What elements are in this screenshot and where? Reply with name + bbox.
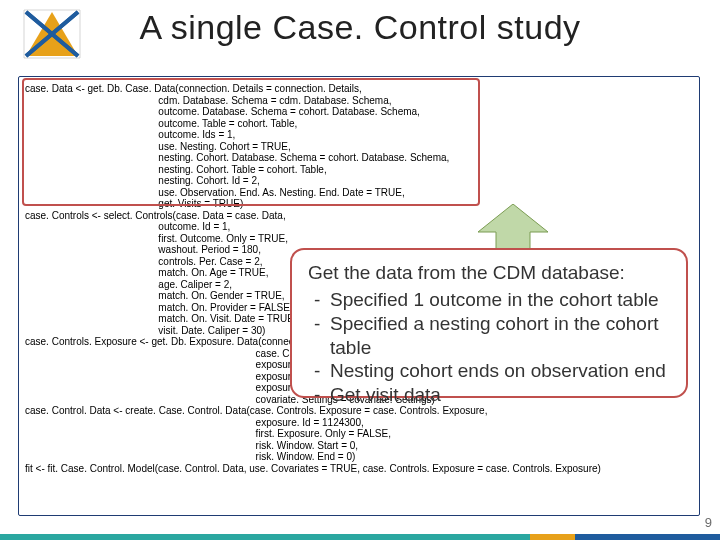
- page-number: 9: [705, 515, 712, 530]
- callout-bullet: Nesting cohort ends on observation end: [308, 359, 672, 383]
- callout-bullet: Specified 1 outcome in the cohort table: [308, 288, 672, 312]
- callout-box: Get the data from the CDM database: Spec…: [290, 248, 688, 398]
- code-line: risk. Window. End = 0): [25, 451, 693, 463]
- code-line: outcome. Id = 1,: [25, 221, 693, 233]
- svg-marker-7: [478, 204, 548, 254]
- arrow-up-icon: [478, 204, 548, 254]
- code-line: fit <- fit. Case. Control. Model(case. C…: [25, 463, 693, 475]
- code-line: exposure. Id = 1124300,: [25, 417, 693, 429]
- code-line: risk. Window. Start = 0,: [25, 440, 693, 452]
- code-line: first. Outcome. Only = TRUE,: [25, 233, 693, 245]
- callout-bullet: Specified a nesting cohort in the cohort…: [308, 312, 672, 360]
- slide-title: A single Case. Control study: [0, 8, 720, 47]
- highlight-box: [22, 78, 480, 206]
- callout-bullet: Get visit data: [308, 383, 672, 407]
- footer-stripe: [0, 524, 720, 540]
- callout-heading: Get the data from the CDM database:: [308, 262, 672, 284]
- code-line: case. Controls <- select. Controls(case.…: [25, 210, 693, 222]
- ohdsi-logo: [22, 8, 82, 60]
- code-line: first. Exposure. Only = FALSE,: [25, 428, 693, 440]
